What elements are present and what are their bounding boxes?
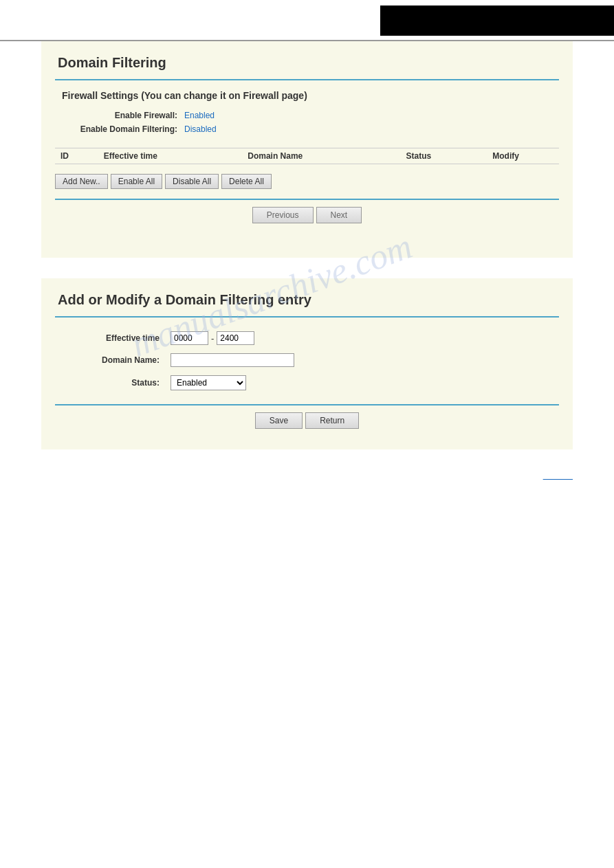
col-domain-name: Domain Name — [242, 148, 400, 164]
effective-time-to-input[interactable] — [217, 331, 254, 345]
bottom-link[interactable] — [543, 471, 573, 480]
effective-time-inputs: - — [165, 327, 559, 349]
column-headers-table: ID Effective time Domain Name Status Mod… — [55, 148, 559, 164]
return-button[interactable]: Return — [305, 412, 359, 429]
col-status: Status — [401, 148, 487, 164]
top-bar-black-block — [380, 5, 614, 36]
bottom-link-area — [41, 470, 573, 480]
previous-button[interactable]: Previous — [252, 207, 314, 223]
col-id: ID — [55, 148, 98, 164]
status-select[interactable]: Enabled Disabled — [171, 375, 246, 390]
save-return-buttons: Save Return — [55, 412, 559, 429]
domain-name-label: Domain Name: — [55, 349, 165, 371]
effective-time-from-input[interactable] — [171, 331, 208, 345]
action-buttons-row: Add New.. Enable All Disable All Delete … — [55, 174, 559, 189]
top-bar — [0, 0, 614, 41]
top-divider — [55, 79, 559, 80]
domain-filtering-section: Domain Filtering Firewall Settings (You … — [41, 41, 573, 258]
add-new-button[interactable]: Add New.. — [55, 174, 108, 189]
enable-domain-filtering-label: Enable Domain Filtering: — [56, 123, 180, 135]
enable-firewall-label: Enable Firewall: — [56, 109, 180, 122]
pagination-nav: Previous Next — [55, 207, 559, 223]
firewall-settings-title: Firewall Settings (You can change it on … — [55, 90, 559, 101]
status-label: Status: — [55, 371, 165, 394]
firewall-settings-table: Enable Firewall: Enabled Enable Domain F… — [55, 108, 559, 137]
delete-all-button[interactable]: Delete All — [221, 174, 272, 189]
status-select-cell: Enabled Disabled — [165, 371, 559, 394]
bottom-divider — [55, 199, 559, 200]
save-button[interactable]: Save — [255, 412, 303, 429]
add-modify-bottom-divider — [55, 404, 559, 405]
add-modify-form: Effective time - Domain Name: Status: — [55, 327, 559, 394]
domain-name-input[interactable] — [171, 353, 294, 367]
next-button[interactable]: Next — [316, 207, 362, 223]
domain-name-input-cell — [165, 349, 559, 371]
add-modify-top-divider — [55, 316, 559, 318]
page-title: Domain Filtering — [55, 55, 559, 71]
col-modify: Modify — [487, 148, 559, 164]
disable-all-button[interactable]: Disable All — [165, 174, 219, 189]
add-modify-title: Add or Modify a Domain Filtering entry — [55, 292, 559, 308]
enable-domain-filtering-value: Disabled — [182, 123, 558, 135]
time-separator: - — [211, 333, 214, 344]
enable-all-button[interactable]: Enable All — [111, 174, 162, 189]
enable-firewall-value: Enabled — [182, 109, 558, 122]
col-effective-time: Effective time — [98, 148, 242, 164]
add-modify-section: Add or Modify a Domain Filtering entry E… — [41, 278, 573, 449]
effective-time-label: Effective time — [55, 327, 165, 349]
